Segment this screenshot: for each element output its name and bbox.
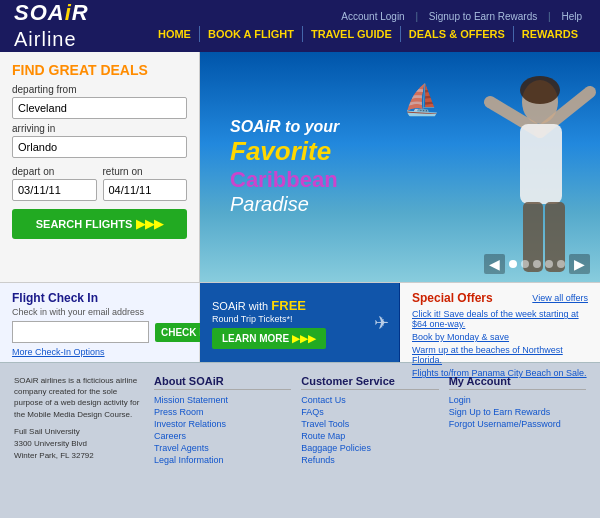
promo-subtitle: Round Trip Tickets*! [212, 314, 387, 324]
about-link-4[interactable]: Careers [154, 431, 291, 441]
about-col: About SOAiR Mission Statement Press Room… [154, 375, 291, 465]
service-link-1[interactable]: Contact Us [301, 395, 438, 405]
service-link-5[interactable]: Baggage Policies [301, 443, 438, 453]
hero-person-image [460, 72, 600, 282]
footer-col-account: My Account Login Sign Up to Earn Rewards… [449, 375, 586, 468]
offer-item-1[interactable]: Click it! Save deals of the week startin… [412, 309, 588, 329]
return-input[interactable] [103, 179, 188, 201]
middle-section: Flight Check In Check in with your email… [0, 282, 600, 362]
service-col-title: Customer Service [301, 375, 438, 390]
account-link-2[interactable]: Sign Up to Earn Rewards [449, 407, 586, 417]
hero-navigation: ◀ ▶ [484, 254, 590, 274]
about-link-2[interactable]: Press Room [154, 407, 291, 417]
hero-dot-1[interactable] [509, 260, 517, 268]
top-links: Account Login | Signup to Earn Rewards |… [337, 11, 586, 22]
learn-more-button[interactable]: LEARN MORE ▶▶▶ [212, 328, 326, 349]
about-link-3[interactable]: Investor Relations [154, 419, 291, 429]
account-col-links: Login Sign Up to Earn Rewards Forgot Use… [449, 395, 586, 429]
search-panel: FIND GREAT DEALS departing from arriving… [0, 52, 200, 282]
signup-link[interactable]: Signup to Earn Rewards [429, 11, 537, 22]
account-link-1[interactable]: Login [449, 395, 586, 405]
about-link-1[interactable]: Mission Statement [154, 395, 291, 405]
about-link-5[interactable]: Travel Agents [154, 443, 291, 453]
nav-travel-guide[interactable]: TRAVEL GUIDE [302, 26, 400, 42]
promo-text: SOAiR with FREE [212, 296, 387, 314]
account-col-title: My Account [449, 375, 586, 390]
about-col-links: Mission Statement Press Room Investor Re… [154, 395, 291, 465]
company-address: Full Sail University3300 University Blvd… [14, 426, 144, 462]
account-col: My Account Login Sign Up to Earn Rewards… [449, 375, 586, 429]
main-content: FIND GREAT DEALS departing from arriving… [0, 52, 600, 282]
footer-col-about: About SOAiR Mission Statement Press Room… [154, 375, 291, 468]
promo-highlight: FREE [271, 298, 306, 313]
hero-prev-button[interactable]: ◀ [484, 254, 505, 274]
departing-label: departing from [12, 84, 187, 95]
logo-text: SOAiR [14, 0, 89, 25]
learn-more-label: LEARN MORE [222, 333, 289, 344]
footer: SOAiR airlines is a ficticious airline c… [0, 362, 600, 480]
hero-banner: ⛵ SOAiR to your Favorite Caribbean Parad… [200, 52, 600, 282]
hero-dot-5[interactable] [557, 260, 565, 268]
airplane-icon: ✈ [374, 312, 389, 334]
return-col: return on [103, 162, 188, 201]
hero-text: SOAiR to your Favorite Caribbean Paradis… [230, 118, 339, 216]
hero-next-button[interactable]: ▶ [569, 254, 590, 274]
service-link-2[interactable]: FAQs [301, 407, 438, 417]
search-title: FIND GREAT DEALS [12, 62, 187, 78]
header: SOAiR Airline Account Login | Signup to … [0, 0, 600, 52]
svg-point-1 [520, 76, 560, 104]
depart-label: depart on [12, 166, 97, 177]
arriving-input[interactable] [12, 136, 187, 158]
logo-airline: Airline [14, 28, 77, 50]
hero-line2: Favorite [230, 136, 339, 167]
view-all-offers-link[interactable]: View all offers [532, 293, 588, 303]
return-label: return on [103, 166, 188, 177]
depart-input[interactable] [12, 179, 97, 201]
account-link-3[interactable]: Forgot Username/Password [449, 419, 586, 429]
account-login-link[interactable]: Account Login [341, 11, 404, 22]
sailboat-icon: ⛵ [403, 82, 440, 117]
search-button[interactable]: SEARCH FLIGHTS ▶▶▶ [12, 209, 187, 239]
promo-banner: SOAiR with FREE Round Trip Tickets*! LEA… [200, 283, 400, 362]
service-link-4[interactable]: Route Map [301, 431, 438, 441]
nav-deals[interactable]: DEALS & OFFERS [400, 26, 513, 42]
nav-book-flight[interactable]: BOOK A FLIGHT [199, 26, 302, 42]
nav-rewards[interactable]: REWARDS [513, 26, 586, 42]
hero-line4: Paradise [230, 193, 339, 216]
hero-dot-2[interactable] [521, 260, 529, 268]
about-link-6[interactable]: Legal Information [154, 455, 291, 465]
footer-company-info: SOAiR airlines is a ficticious airline c… [14, 375, 144, 468]
offer-item-2[interactable]: Book by Monday & save [412, 332, 588, 342]
help-link[interactable]: Help [561, 11, 582, 22]
service-link-6[interactable]: Refunds [301, 455, 438, 465]
svg-rect-4 [520, 124, 562, 204]
arriving-label: arriving in [12, 123, 187, 134]
hero-dot-4[interactable] [545, 260, 553, 268]
special-offers-header: Special Offers View all offers [412, 291, 588, 305]
departing-input[interactable] [12, 97, 187, 119]
offer-item-3[interactable]: Warm up at the beaches of Northwest Flor… [412, 345, 588, 365]
promo-prefix: SOAiR with [212, 300, 271, 312]
depart-col: depart on [12, 162, 97, 201]
nav-home[interactable]: HOME [150, 26, 199, 42]
checkin-title: Flight Check In [12, 291, 187, 305]
checkin-subtitle: Check in with your email address [12, 307, 187, 317]
footer-col-service: Customer Service Contact Us FAQs Travel … [301, 375, 438, 468]
date-row: depart on return on [12, 162, 187, 201]
logo: SOAiR Airline [14, 0, 150, 52]
special-offers-title: Special Offers [412, 291, 493, 305]
search-btn-label: SEARCH FLIGHTS [36, 218, 133, 230]
service-col-links: Contact Us FAQs Travel Tools Route Map B… [301, 395, 438, 465]
more-checkin-link[interactable]: More Check-In Options [12, 347, 187, 357]
flight-checkin-panel: Flight Check In Check in with your email… [0, 283, 200, 362]
hero-line1: SOAiR to your [230, 118, 339, 136]
hero-line3: Caribbean [230, 167, 339, 193]
special-offers-panel: Special Offers View all offers Click it!… [400, 283, 600, 362]
service-col: Customer Service Contact Us FAQs Travel … [301, 375, 438, 465]
checkin-email-input[interactable] [12, 321, 149, 343]
nav: HOME BOOK A FLIGHT TRAVEL GUIDE DEALS & … [150, 26, 586, 42]
checkin-row: CHECK IN [12, 321, 187, 343]
service-link-3[interactable]: Travel Tools [301, 419, 438, 429]
learn-more-arrows-icon: ▶▶▶ [292, 333, 316, 344]
hero-dot-3[interactable] [533, 260, 541, 268]
